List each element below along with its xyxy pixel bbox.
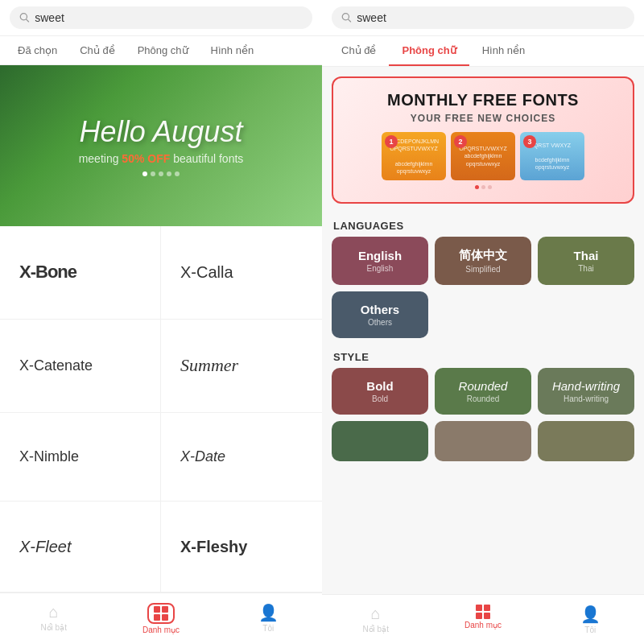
promo-font-3[interactable]: 3 QRST VWXYZbcdefghijklmnopqrstuvwxyz xyxy=(520,132,584,180)
font-name-xcatenate: X-Catenate xyxy=(19,357,93,374)
style-handwriting-sub: Hand-writing xyxy=(564,394,609,403)
left-nav-toi[interactable]: 👤 Tôi xyxy=(215,600,322,638)
hero-dot-5[interactable] xyxy=(175,171,180,176)
font-item-xcalla[interactable]: X-Calla xyxy=(161,226,322,320)
right-house-icon: ⌂ xyxy=(371,605,381,623)
right-nav-danhmuc[interactable]: Danh mục xyxy=(429,601,536,638)
hero-dot-2[interactable] xyxy=(151,171,155,176)
right-tabs: Chủ đề Phông chữ Hình nền xyxy=(322,36,644,67)
style-rounded-sub: Rounded xyxy=(467,394,500,403)
lang-english-main: English xyxy=(358,249,402,262)
promo-banner[interactable]: MONTHLY FREE FONTS YOUR FREE NEW CHOICES… xyxy=(332,76,634,204)
font-grid: X-Bone X-Calla X-Catenate Summer X-Nimbl… xyxy=(0,226,322,592)
right-search-wrap[interactable] xyxy=(332,6,634,29)
hero-dot-1[interactable] xyxy=(142,171,147,176)
left-search-bar xyxy=(0,0,322,36)
left-nav-danhmuc-label: Danh mục xyxy=(142,625,180,634)
right-tab-phongchu[interactable]: Phông chữ xyxy=(389,36,469,66)
style-title: STYLE xyxy=(322,345,644,368)
tab-chude[interactable]: Chủ đề xyxy=(68,36,126,64)
style-rounded-main: Rounded xyxy=(459,379,508,393)
hero-dots xyxy=(142,171,180,176)
left-bottom-nav: ⌂ Nổi bật Danh mục 👤 Tôi xyxy=(0,592,322,644)
left-panel: Đã chọn Chủ đề Phông chữ Hình nền Hello … xyxy=(0,0,322,644)
font-item-xfleshy[interactable]: X-Fleshy xyxy=(161,502,322,592)
style-handwriting-main: Hand-writing xyxy=(552,379,620,393)
font-name-xbone: X-Bone xyxy=(19,262,76,283)
lang-others-main: Others xyxy=(361,303,399,316)
house-icon: ⌂ xyxy=(49,603,59,621)
promo-font-text-3: QRST VWXYZbcdefghijklmnopqrstuvwxyz xyxy=(534,142,571,171)
font-item-xfleet[interactable]: X-Fleet xyxy=(0,502,161,592)
style-grid: Bold Bold Rounded Rounded Hand-writing H… xyxy=(322,368,644,421)
tab-phongchu[interactable]: Phông chữ xyxy=(126,36,200,64)
style-bold-main: Bold xyxy=(366,379,393,393)
hero-dot-4[interactable] xyxy=(167,171,171,176)
font-name-summer: Summer xyxy=(180,355,238,376)
svg-line-1 xyxy=(27,19,29,22)
left-nav-danhmuc[interactable]: Danh mục xyxy=(107,600,214,638)
more-card-2[interactable] xyxy=(435,421,531,461)
right-tab-hinnen[interactable]: Hình nền xyxy=(469,36,539,66)
lang-chinese-sub: Simplified xyxy=(465,265,500,274)
font-item-summer[interactable]: Summer xyxy=(161,320,322,413)
subtitle-prefix: meeting xyxy=(79,152,119,165)
left-nav-noibat-label: Nổi bật xyxy=(40,623,67,632)
promo-rank-2: 2 xyxy=(454,135,467,148)
right-nav-noibat-label: Nổi bật xyxy=(362,625,389,634)
promo-font-2[interactable]: 2 OPQRSTUVWXYZabcdefghijklmnopqrstuvwxyz xyxy=(451,132,515,180)
font-item-xcatenate[interactable]: X-Catenate xyxy=(0,320,161,413)
font-item-xdate[interactable]: X-Date xyxy=(161,413,322,502)
font-item-xbone[interactable]: X-Bone xyxy=(0,226,161,320)
tab-selected[interactable]: Đã chọn xyxy=(6,36,68,64)
left-tabs: Đã chọn Chủ đề Phông chữ Hình nền xyxy=(0,36,322,65)
font-name-xnimble: X-Nimble xyxy=(19,448,79,465)
lang-chinese[interactable]: 简体中文 Simplified xyxy=(435,237,531,285)
style-rounded[interactable]: Rounded Rounded xyxy=(435,368,531,415)
right-nav-noibat[interactable]: ⌂ Nổi bật xyxy=(322,601,429,638)
right-nav-danhmuc-label: Danh mục xyxy=(464,621,502,630)
promo-dots xyxy=(346,185,620,189)
style-handwriting[interactable]: Hand-writing Hand-writing xyxy=(538,368,634,415)
lang-thai[interactable]: Thai Thai xyxy=(538,237,634,285)
right-search-input[interactable] xyxy=(357,11,625,24)
promo-font-1[interactable]: 1 ABCDEPONJKLMNOPQRSTUVWXYZabcdefghijklm… xyxy=(382,132,446,180)
subtitle-suffix: beautiful fonts xyxy=(173,152,243,165)
lang-thai-sub: Thai xyxy=(578,264,593,273)
left-search-wrap[interactable] xyxy=(10,6,312,29)
left-nav-noibat[interactable]: ⌂ Nổi bật xyxy=(0,600,107,638)
discount-badge: 50% OFF xyxy=(122,152,170,165)
promo-dot-2[interactable] xyxy=(481,185,485,189)
language-grid: English English 简体中文 Simplified Thai Tha… xyxy=(322,237,644,345)
promo-font-text-2: OPQRSTUVWXYZabcdefghijklmnopqrstuvwxyz xyxy=(459,145,507,167)
promo-title: MONTHLY FREE FONTS xyxy=(346,91,620,109)
left-search-input[interactable] xyxy=(35,11,303,24)
lang-english[interactable]: English English xyxy=(332,237,428,285)
grid-icon xyxy=(154,606,168,621)
promo-fonts-row: 1 ABCDEPONJKLMNOPQRSTUVWXYZabcdefghijklm… xyxy=(346,132,620,180)
more-card-1[interactable] xyxy=(332,421,428,461)
hero-dot-3[interactable] xyxy=(159,171,163,176)
tab-hinnen[interactable]: Hình nền xyxy=(200,36,266,64)
style-bold[interactable]: Bold Bold xyxy=(332,368,428,415)
person-icon: 👤 xyxy=(258,603,279,622)
right-nav-toi[interactable]: 👤 Tôi xyxy=(537,601,644,638)
right-panel: Chủ đề Phông chữ Hình nền MONTHLY FREE F… xyxy=(322,0,644,644)
lang-thai-main: Thai xyxy=(574,249,599,262)
promo-dot-3[interactable] xyxy=(488,185,492,189)
right-nav-toi-label: Tôi xyxy=(584,625,596,634)
right-search-bar xyxy=(322,0,644,36)
right-bottom-nav: ⌂ Nổi bật Danh mục 👤 Tôi xyxy=(322,594,644,644)
font-name-xfleshy: X-Fleshy xyxy=(180,538,247,556)
right-person-icon: 👤 xyxy=(580,605,601,624)
right-tab-chude[interactable]: Chủ đề xyxy=(328,36,389,66)
promo-dot-1[interactable] xyxy=(475,185,479,189)
more-card-3[interactable] xyxy=(538,421,634,461)
promo-rank-1: 1 xyxy=(385,135,398,148)
lang-english-sub: English xyxy=(367,264,394,273)
font-item-xnimble[interactable]: X-Nimble xyxy=(0,413,161,502)
lang-others[interactable]: Others Others xyxy=(332,291,428,338)
lang-others-sub: Others xyxy=(368,318,392,327)
hero-subtitle: meeting 50% OFF beautiful fonts xyxy=(79,152,244,165)
svg-line-3 xyxy=(349,19,351,22)
